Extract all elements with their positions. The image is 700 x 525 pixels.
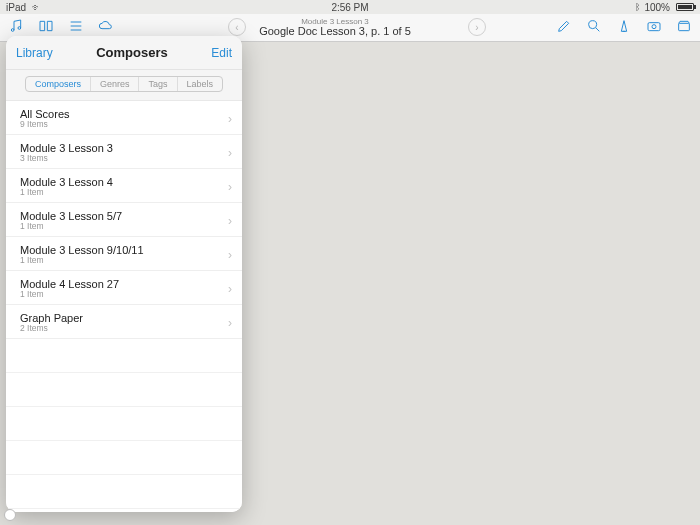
list-item <box>6 339 242 373</box>
book-icon[interactable] <box>38 18 54 38</box>
typed-text: equence. Then, find the nth <box>220 440 548 471</box>
list-item-sub: 9 Items <box>20 120 70 130</box>
page-title[interactable]: Google Doc Lesson 3, p. 1 of 5 <box>259 26 411 37</box>
page-next-button[interactable]: › <box>468 18 486 36</box>
battery-pct: 100% <box>644 2 670 13</box>
chevron-right-icon: › <box>228 248 232 262</box>
doc-line: The common difference is. <box>278 177 490 199</box>
handwriting-paren <box>601 391 659 487</box>
list-item <box>6 441 242 475</box>
svg-point-1 <box>18 26 21 29</box>
handwriting: aₙ = a₁ + (n−1) d <box>262 268 426 296</box>
doc-line: term is 1. Find the common difference. <box>245 142 670 160</box>
clock: 2:56 PM <box>331 2 368 13</box>
search-icon[interactable] <box>586 18 602 38</box>
svg-point-4 <box>652 24 656 28</box>
battery-icon <box>676 3 694 11</box>
popover-title: Composers <box>96 45 168 60</box>
handwriting: b <box>580 312 592 339</box>
segment-labels[interactable]: Labels <box>178 77 223 91</box>
scores-list[interactable]: All Scores9 Items› Module 3 Lesson 33 It… <box>6 101 242 512</box>
doc-line: r account after her weekly allowance is … <box>245 88 670 106</box>
chevron-right-icon: › <box>228 146 232 160</box>
list-item-sub: 1 Item <box>20 222 122 232</box>
page-scrubber[interactable] <box>4 509 16 521</box>
carrier-label: iPad ᯤ <box>6 2 42 13</box>
list-item[interactable]: Graph Paper2 Items› <box>6 305 242 339</box>
list-item[interactable]: Module 3 Lesson 5/71 Item› <box>6 203 242 237</box>
status-bar: iPad ᯤ 2:56 PM ᛒ 100% <box>0 0 700 14</box>
doc-line: e nth term of the sequence. <box>245 120 670 138</box>
list-item[interactable]: Module 3 Lesson 41 Item› <box>6 169 242 203</box>
list-item[interactable]: Module 3 Lesson 33 Items› <box>6 135 242 169</box>
chevron-right-icon: › <box>228 214 232 228</box>
edit-button[interactable]: Edit <box>211 46 232 60</box>
chevron-right-icon: › <box>228 180 232 194</box>
doc-line: equence 1, 10, 19, 28, … represents the … <box>245 66 670 84</box>
metronome-icon[interactable] <box>616 18 632 38</box>
wifi-icon: ᯤ <box>32 2 42 13</box>
list-item-sub: 1 Item <box>20 256 144 266</box>
segment-composers[interactable]: Composers <box>26 77 91 91</box>
list-item-sub: 3 Items <box>20 154 113 164</box>
library-back-button[interactable]: Library <box>16 46 53 60</box>
tray-icon[interactable] <box>676 18 692 38</box>
list-item <box>6 475 242 509</box>
handwriting-circle <box>248 312 558 364</box>
svg-point-0 <box>11 28 14 31</box>
segment-tags[interactable]: Tags <box>139 77 177 91</box>
library-popover: Library Composers Edit Composers Genres … <box>6 36 242 512</box>
list-item-sub: 1 Item <box>20 188 113 198</box>
list-item-sub: 1 Item <box>20 290 119 300</box>
list-item <box>6 373 242 407</box>
svg-rect-3 <box>648 22 660 30</box>
camera-icon[interactable] <box>646 18 662 38</box>
answer-blank-box <box>457 177 483 199</box>
cloud-icon[interactable] <box>98 18 114 38</box>
list-item-sub: 2 Items <box>20 324 83 334</box>
chevron-right-icon: › <box>228 282 232 296</box>
list-icon[interactable] <box>68 18 84 38</box>
category-segmented-control: Composers Genres Tags Labels <box>6 70 242 101</box>
doc-line: e nth term to write an equation. <box>245 240 461 258</box>
svg-rect-5 <box>679 23 690 30</box>
list-item[interactable]: Module 4 Lesson 271 Item› <box>6 271 242 305</box>
bluetooth-icon: ᛒ <box>635 2 640 12</box>
list-item[interactable]: Module 3 Lesson 9/10/111 Item› <box>6 237 242 271</box>
chevron-right-icon: › <box>228 316 232 330</box>
list-item-all-scores[interactable]: All Scores9 Items› <box>6 101 242 135</box>
handwriting: aₙ = 1 + (n−1) 9 <box>275 320 430 348</box>
chevron-right-icon: › <box>228 112 232 126</box>
list-item <box>6 407 242 441</box>
typed-text: mmon difference (d) of the <box>220 402 536 433</box>
segment-genres[interactable]: Genres <box>91 77 140 91</box>
music-note-icon[interactable] <box>8 18 24 38</box>
svg-point-2 <box>589 20 597 28</box>
pencil-icon[interactable] <box>556 18 572 38</box>
